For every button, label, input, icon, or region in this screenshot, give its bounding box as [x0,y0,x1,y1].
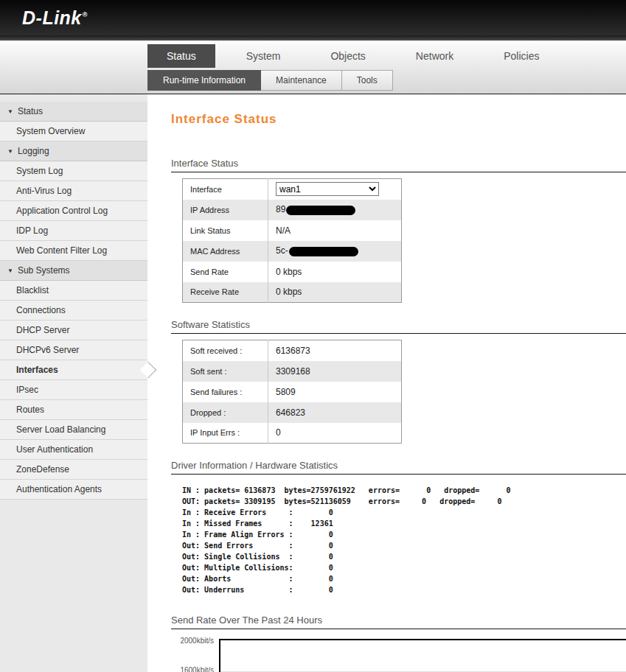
tab-status[interactable]: Status [147,44,215,68]
table-row: Send Rate0 kbps [183,262,402,282]
interface-status-section: Interface Status Interfacewan1IP Address… [171,158,626,303]
top-banner: D-Link® [0,0,626,35]
chart-ytick: 1600kbit/s [171,666,214,672]
row-value: 0 kbps [268,282,402,303]
sidebar-section-label: Logging [18,146,49,156]
sidebar-section-label: Sub Systems [18,265,70,276]
subtab-tools[interactable]: Tools [342,70,393,91]
table-row: Dropped :646823 [183,402,402,423]
sidebar-section-logging[interactable]: ▼Logging [0,141,147,161]
row-value: 6136873 [268,340,402,361]
sidebar-item-zonedefense[interactable]: ZoneDefense [0,460,147,480]
sidebar-item-idp-log[interactable]: IDP Log [0,221,147,241]
table-row: Receive Rate0 kbps [183,282,402,303]
sidebar-item-blacklist[interactable]: Blacklist [0,281,147,301]
row-value: 5809 [268,382,402,402]
page-title: Interface Status [171,112,626,127]
sidebar-item-dhcp-server[interactable]: DHCP Server [0,321,147,340]
dlink-logo: D-Link® [22,7,88,29]
chart-ytick: 2000kbit/s [171,637,214,645]
sidebar-item-server-load-balancing[interactable]: Server Load Balancing [0,420,147,440]
table-row: Soft sent :3309168 [183,361,402,382]
row-value: 0 kbps [268,262,402,282]
row-value: 3309168 [268,361,402,382]
sidebar-section-status[interactable]: ▼Status [0,102,147,122]
driver-information-section: Driver Information / Hardware Statistics… [171,460,626,595]
subtab-run-time-information[interactable]: Run-time Information [147,70,261,91]
row-value: wan1 [268,179,402,200]
value-prefix: 89 [276,204,285,214]
registered-mark: ® [83,11,88,18]
software-statistics-section: Software Statistics Soft received :61368… [171,319,626,444]
row-label: Send Rate [183,262,268,282]
sidebar-item-user-authentication[interactable]: User Authentication [0,440,147,460]
sidebar: ▼StatusSystem Overview▼LoggingSystem Log… [0,94,147,672]
tab-system[interactable]: System [227,44,300,68]
row-label: Dropped : [183,402,268,423]
sidebar-item-anti-virus-log[interactable]: Anti-Virus Log [0,181,147,201]
row-label: Soft received : [183,340,268,361]
chart-plot-area [219,639,626,672]
sidebar-item-dhcpv6-server[interactable]: DHCPv6 Server [0,340,147,360]
tab-network[interactable]: Network [397,44,473,68]
sidebar-item-label: Authentication Agents [16,484,102,494]
row-value: 646823 [268,402,402,423]
sidebar-item-routes[interactable]: Routes [0,400,147,420]
tab-policies[interactable]: Policies [484,44,558,68]
row-label: Link Status [183,220,268,241]
sidebar-item-system-log[interactable]: System Log [0,161,147,181]
sidebar-item-system-overview[interactable]: System Overview [0,122,147,141]
sidebar-item-label: Blacklist [16,285,49,295]
redaction-blob [289,247,358,256]
send-rate-chart-section: Send Rate Over The Past 24 Hours 2000kbi… [171,615,626,672]
sidebar-item-label: System Log [16,166,63,176]
sidebar-item-label: IDP Log [16,225,48,236]
sidebar-item-label: Server Load Balancing [16,424,105,435]
row-value: 89 [268,200,402,220]
sidebar-item-application-control-log[interactable]: Application Control Log [0,201,147,221]
row-value: N/A [268,220,402,241]
sidebar-item-label: DHCPv6 Server [16,345,79,355]
sidebar-item-ipsec[interactable]: IPsec [0,380,147,400]
nav-area: StatusSystemObjectsNetworkPolicies Run-t… [0,41,626,94]
software-statistics-heading: Software Statistics [171,319,626,334]
interface-status-table: Interfacewan1IP Address89Link StatusN/AM… [182,178,402,303]
table-row: IP Input Errs :0 [183,423,402,444]
send-rate-heading: Send Rate Over The Past 24 Hours [171,615,626,629]
send-rate-chart: 2000kbit/s1600kbit/s [171,637,626,672]
sidebar-item-label: Application Control Log [16,206,108,216]
table-row: Link StatusN/A [183,220,402,241]
sidebar-item-label: User Authentication [16,444,93,455]
tab-objects[interactable]: Objects [311,44,384,68]
sidebar-item-interfaces[interactable]: Interfaces [0,360,147,380]
redaction-blob [286,206,355,215]
table-row: Send failures :5809 [183,382,402,402]
row-label: Interface [183,179,268,200]
table-row: Interfacewan1 [183,179,402,200]
sidebar-item-label: System Overview [16,126,85,136]
driver-information-heading: Driver Information / Hardware Statistics [171,460,626,475]
driver-statistics-text: IN : packets= 6136873 bytes=2759761922 e… [182,485,626,595]
sidebar-section-sub-systems[interactable]: ▼Sub Systems [0,261,147,281]
sidebar-section-label: Status [18,106,43,116]
top-strip [0,35,626,41]
sidebar-item-label: DHCP Server [16,325,69,335]
subtab-maintenance[interactable]: Maintenance [261,70,342,91]
row-label: Send failures : [183,382,268,402]
sub-tabs: Run-time InformationMaintenanceTools [147,70,393,91]
interface-select[interactable]: wan1 [276,182,379,196]
row-label: IP Input Errs : [183,423,268,444]
content-wrap: ▼StatusSystem Overview▼LoggingSystem Log… [0,94,626,672]
sidebar-item-label: Anti-Virus Log [16,186,72,196]
sidebar-item-label: ZoneDefense [16,464,69,475]
row-value: 0 [268,423,402,444]
sidebar-item-web-content-filter-log[interactable]: Web Content Filter Log [0,241,147,261]
row-label: Soft sent : [183,361,268,382]
value-prefix: 5c- [276,245,288,256]
sidebar-item-authentication-agents[interactable]: Authentication Agents [0,480,147,500]
sidebar-item-label: Web Content Filter Log [16,245,107,256]
sidebar-item-label: Interfaces [16,365,58,375]
sidebar-item-connections[interactable]: Connections [0,301,147,321]
table-row: Soft received :6136873 [183,340,402,361]
sidebar-item-label: IPsec [16,385,38,395]
